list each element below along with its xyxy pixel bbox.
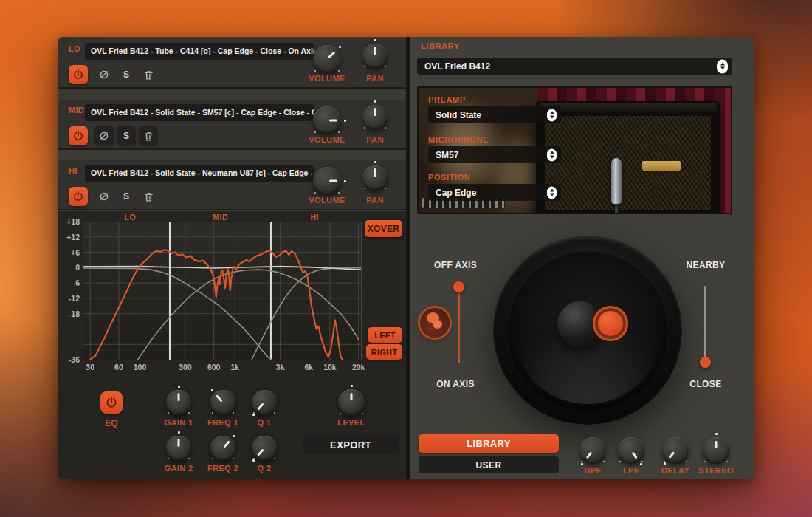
pan-knob-mid[interactable] — [362, 105, 388, 130]
speaker-cone[interactable] — [493, 236, 682, 425]
solo-button-mid[interactable]: S — [117, 126, 136, 145]
knob-pointer — [313, 167, 341, 195]
phase-icon — [98, 191, 110, 202]
power-icon — [72, 69, 84, 81]
preamp-select[interactable]: Solid State — [428, 106, 561, 123]
power-button-lo[interactable] — [69, 65, 88, 84]
eq-power-button[interactable] — [100, 391, 123, 414]
solo-button-hi[interactable]: S — [117, 187, 136, 206]
x-tick-label: 1k — [224, 363, 246, 372]
lpf-knob[interactable] — [618, 437, 644, 464]
volume-knob-hi[interactable] — [313, 167, 341, 195]
delete-button-mid[interactable] — [139, 126, 158, 145]
gain1-knob[interactable] — [166, 390, 191, 415]
pan-knob-hi[interactable] — [362, 165, 388, 191]
q1-knob[interactable] — [252, 390, 277, 415]
knob-tick-dot — [314, 70, 316, 72]
volume-knob-mid[interactable] — [313, 106, 341, 134]
pan-knob-label: PAN — [353, 74, 397, 83]
channel-strip-hi[interactable]: HI OVL Fried B412 - Solid State - Neuman… — [58, 160, 406, 210]
knob-tick-dot — [211, 389, 213, 391]
microphone-image — [611, 158, 622, 204]
solo-label: S — [123, 131, 129, 141]
volume-knob-label: VOLUME — [305, 196, 349, 205]
knob-tick-dot — [344, 180, 346, 182]
knob-pointer — [362, 105, 388, 130]
knob-tick-dot — [664, 462, 666, 465]
graph-band-label: HI — [300, 213, 329, 222]
cabinet-badge — [642, 161, 681, 171]
position-select[interactable]: Cap Edge — [428, 184, 561, 201]
y-tick-label: -18 — [60, 309, 80, 318]
microphone-select[interactable]: SM57 — [428, 146, 561, 163]
knob-tick-dot — [252, 459, 255, 462]
close-label: CLOSE — [676, 379, 735, 389]
level-knob[interactable] — [338, 389, 365, 416]
right-channel-button[interactable]: RIGHT — [366, 344, 402, 360]
stereo-knob[interactable] — [703, 437, 729, 464]
delete-button-lo[interactable] — [139, 65, 158, 84]
freq2-knob[interactable] — [210, 436, 235, 461]
level-label: LEVEL — [329, 418, 374, 427]
knob-tick-dot — [338, 131, 340, 133]
delay-knob[interactable] — [662, 437, 689, 464]
left-channel-button[interactable]: LEFT — [368, 327, 402, 343]
phase-button-mid[interactable] — [94, 126, 114, 145]
stepper-icon[interactable] — [547, 109, 557, 121]
axis-slider-track[interactable] — [458, 286, 460, 363]
pan-knob-label: PAN — [353, 135, 397, 144]
stepper-icon[interactable] — [717, 59, 728, 73]
cab-photo-panel: PREAMP Solid State MICROPHONE SM57 POSIT… — [417, 86, 732, 214]
library-select-value: OVL Fried B412 — [424, 61, 490, 72]
axis-slider-handle[interactable] — [453, 281, 464, 292]
freq1-knob[interactable] — [210, 390, 235, 415]
volume-knob-label: VOLUME — [305, 74, 349, 83]
knob-tick-dot — [344, 120, 346, 122]
pan-knob-label: PAN — [353, 196, 397, 205]
knob-tick-dot — [338, 192, 340, 194]
band-label-lo: LO — [69, 44, 80, 53]
knob-tick-dot — [252, 414, 255, 416]
stepper-icon[interactable] — [547, 148, 557, 161]
library-select[interactable]: OVL Fried B412 — [417, 58, 732, 75]
q2-label: Q 2 — [242, 464, 286, 473]
volume-knob-label: VOLUME — [305, 135, 349, 144]
knob-tick-dot — [640, 463, 642, 465]
phase-button-hi[interactable] — [94, 187, 114, 206]
x-tick-label: 30 — [79, 363, 101, 372]
axis-knob[interactable] — [420, 308, 450, 338]
q2-knob[interactable] — [252, 436, 277, 461]
channel-strip-lo[interactable]: LO OVL Fried B412 - Tube - C414 [o] - Ca… — [58, 38, 406, 89]
delete-button-hi[interactable] — [139, 187, 158, 206]
pan-knob-lo[interactable] — [362, 44, 388, 69]
trash-icon — [143, 69, 154, 81]
knob-tick-dot — [351, 385, 353, 387]
tab-user[interactable]: USER — [419, 456, 559, 473]
microphone-label: MICROPHONE — [428, 135, 489, 144]
ir-name-field-hi[interactable]: OVL Fried B412 - Solid State - Neumann U… — [85, 165, 314, 182]
mic-position-dot[interactable] — [598, 311, 623, 336]
ir-name-field-mid[interactable]: OVL Fried B412 - Solid State - SM57 [c] … — [85, 104, 314, 121]
gain1-label: GAIN 1 — [156, 418, 201, 427]
volume-knob-lo[interactable] — [313, 45, 341, 73]
distance-slider-handle[interactable] — [700, 357, 711, 368]
ir-name-field-lo[interactable]: OVL Fried B412 - Tube - C414 [o] - Cap E… — [85, 43, 314, 60]
y-tick-label: -6 — [60, 278, 80, 287]
y-tick-label: -12 — [60, 294, 80, 303]
hpf-knob[interactable] — [579, 437, 606, 464]
eq-graph[interactable] — [83, 222, 362, 360]
solo-button-lo[interactable]: S — [117, 65, 136, 84]
power-button-hi[interactable] — [69, 187, 88, 206]
x-tick-label: 600 — [203, 363, 225, 372]
x-tick-label: 10k — [319, 363, 341, 372]
stepper-icon[interactable] — [547, 186, 557, 199]
gain2-knob[interactable] — [166, 436, 191, 461]
channel-strip-mid[interactable]: MID OVL Fried B412 - Solid State - SM57 … — [58, 100, 406, 150]
xover-button[interactable]: XOVER — [365, 220, 402, 237]
power-button-mid[interactable] — [69, 126, 88, 145]
phase-button-lo[interactable] — [94, 65, 114, 84]
distance-slider-track[interactable] — [704, 286, 706, 363]
delay-label: DELAY — [653, 466, 698, 475]
export-button[interactable]: EXPORT — [303, 435, 399, 454]
tab-library[interactable]: LIBRARY — [419, 434, 559, 453]
